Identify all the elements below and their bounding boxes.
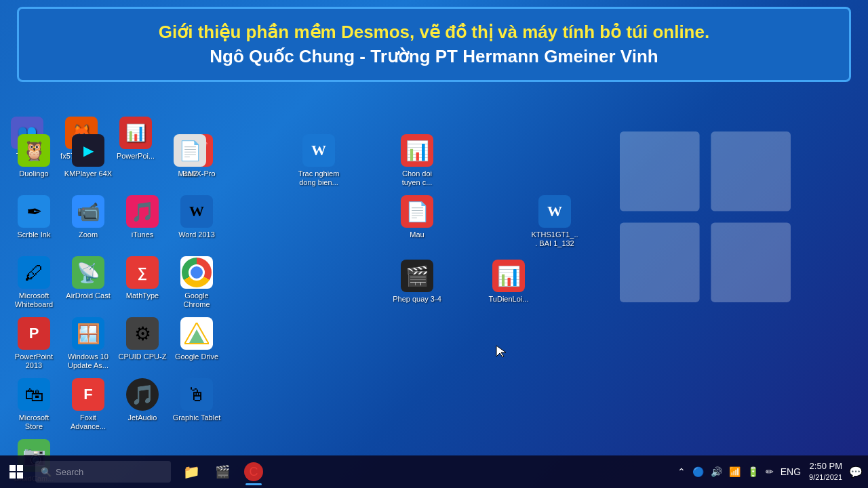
whiteboard-icon: 🖊 xyxy=(18,256,50,289)
kmplayer-label: KMPlayer 64X xyxy=(64,169,112,178)
scrble-label: Scrble Ink xyxy=(18,230,51,239)
gdrive-label: Google Drive xyxy=(175,352,218,361)
icon-tracnghiem[interactable]: W Trac nghiem dong bien... xyxy=(292,129,346,190)
clock-date: 9/21/2021 xyxy=(809,472,842,482)
icon-kmplayer[interactable]: ▶ KMPlayer 64X xyxy=(61,129,115,190)
itunes-icon: 🎵 xyxy=(126,195,159,228)
airdroid-label: AirDroid Cast xyxy=(66,291,110,300)
phepquay-label: Phep quay 3-4 xyxy=(393,295,441,304)
kmplayer-icon: ▶ xyxy=(72,134,104,167)
notification-center-button[interactable]: 💬 xyxy=(849,466,863,479)
icon-mau[interactable]: 📄 Mau xyxy=(390,190,444,242)
win10update-icon: 🪟 xyxy=(72,317,104,350)
gdrive-icon xyxy=(180,317,213,350)
icon-airdroid[interactable]: 📡 AirDroid Cast xyxy=(61,251,115,312)
icon-itunes[interactable]: 🎵 iTunes xyxy=(115,190,170,251)
icon-foxit[interactable]: F Foxit Advance... xyxy=(61,373,115,434)
icon-gdrive[interactable]: Google Drive xyxy=(170,312,224,373)
whiteboard-label: Microsoft Whiteboard xyxy=(9,291,58,309)
icon-zoom[interactable]: 📹 Zoom xyxy=(61,190,115,251)
tray-bluetooth[interactable]: 🔵 xyxy=(691,465,705,479)
duolingo-icon: 🦉 xyxy=(18,134,50,167)
icon-tudienloi[interactable]: 📊 TuDienLoi... xyxy=(481,254,536,306)
kths-label: KTHS1GT1_... BAI 1_132 xyxy=(530,230,579,248)
duolingo-label: Duolingo xyxy=(19,169,48,178)
desktop-area: 🦉 Duolingo ▶ KMPlayer 64X 📝 McMIX-Pro ✒ … xyxy=(0,122,868,454)
search-icon: 🔍 xyxy=(41,467,52,477)
start-button[interactable] xyxy=(0,455,33,488)
phepquay-icon: 🎬 xyxy=(401,260,433,292)
tray-battery[interactable]: 🔋 xyxy=(746,465,760,479)
zoom-label: Zoom xyxy=(79,230,98,239)
tracnghiem-icon: W xyxy=(302,134,335,167)
graphic-tablet-icon: 🖱 xyxy=(180,378,213,411)
icon-phepquay[interactable]: 🎬 Phep quay 3-4 xyxy=(390,254,444,306)
mathtype-icon: ∑ xyxy=(126,256,159,289)
taskbar-file-explorer[interactable]: 📁 xyxy=(176,457,206,487)
taskbar-campasia-red[interactable]: C xyxy=(239,457,269,487)
chrome-icon xyxy=(180,256,213,289)
icon-msstore[interactable]: 🛍 Microsoft Store xyxy=(7,373,61,434)
tudienloi-icon: 📊 xyxy=(492,260,525,292)
icon-bai2-pos[interactable]: 📄 Bai2 xyxy=(163,129,217,181)
taskbar-pinned-apps: 📁 🎬 C xyxy=(176,457,671,487)
chondoi-label: Chon doi tuyen c... xyxy=(393,169,441,187)
svg-rect-13 xyxy=(17,472,23,479)
tray-pen[interactable]: ✏ xyxy=(764,465,775,479)
msstore-icon: 🛍 xyxy=(18,378,50,411)
tray-volume[interactable]: 🔊 xyxy=(709,465,724,479)
svg-rect-10 xyxy=(9,465,16,471)
jetaudio-icon: 🎵 xyxy=(126,378,159,411)
word2013-label: Word 2013 xyxy=(178,230,215,239)
icon-jetaudio[interactable]: 🎵 JetAudio xyxy=(115,373,170,434)
jetaudio-label: JetAudio xyxy=(128,413,157,422)
icon-chrome[interactable]: Google Chrome xyxy=(170,251,224,312)
icon-bai2[interactable] xyxy=(115,129,170,190)
icon-win10update[interactable]: 🪟 Windows 10 Update As... xyxy=(61,312,115,373)
bai2-icon: 📄 xyxy=(174,134,206,167)
cpuid-icon: ⚙ xyxy=(126,317,159,350)
tudienloi-label: TuDienLoi... xyxy=(489,295,529,304)
icon-ppt2013[interactable]: P PowerPoint 2013 xyxy=(7,312,61,373)
scrble-icon: ✒ xyxy=(18,195,50,228)
icon-whiteboard[interactable]: 🖊 Microsoft Whiteboard xyxy=(7,251,61,312)
itunes-label: iTunes xyxy=(132,230,154,239)
tray-chevron[interactable]: ⌃ xyxy=(676,465,687,479)
taskbar-camtasia[interactable]: 🎬 xyxy=(208,457,237,487)
icon-duolingo[interactable]: 🦉 Duolingo xyxy=(7,129,61,190)
svg-rect-12 xyxy=(9,472,16,479)
airdroid-icon: 📡 xyxy=(72,256,104,289)
foxit-label: Foxit Advance... xyxy=(64,413,113,431)
campasia-red-icon: C xyxy=(244,462,263,481)
win10update-label: Windows 10 Update As... xyxy=(64,352,113,370)
icon-scrble[interactable]: ✒ Scrble Ink xyxy=(7,190,61,251)
banner-title: Giới thiệu phần mềm Desmos, vẽ đồ thị và… xyxy=(35,20,833,44)
taskbar-search[interactable]: 🔍 Search xyxy=(35,461,171,483)
svg-rect-11 xyxy=(17,465,23,471)
icon-cpuid[interactable]: ⚙ CPUID CPU-Z xyxy=(115,312,170,373)
ppt2013-label: PowerPoint 2013 xyxy=(9,352,58,370)
cpuid-label: CPUID CPU-Z xyxy=(119,352,167,361)
file-explorer-icon: 📁 xyxy=(183,464,200,480)
icon-chondoi[interactable]: 📊 Chon doi tuyen c... xyxy=(390,129,444,190)
icon-kths[interactable]: W KTHS1GT1_... BAI 1_132 xyxy=(528,190,582,251)
bai2-label: Bai2 xyxy=(182,169,197,178)
ppt2013-icon: P xyxy=(18,317,50,350)
chrome-label: Google Chrome xyxy=(172,291,221,309)
tray-network[interactable]: 📶 xyxy=(728,465,742,479)
icon-graphic-tablet[interactable]: 🖱 Graphic Tablet xyxy=(170,373,224,434)
clock-time: 2:50 PM xyxy=(809,461,842,472)
tracnghiem-label: Trac nghiem dong bien... xyxy=(294,169,343,187)
system-tray: ⌃ 🔵 🔊 📶 🔋 ✏ ENG 2:50 PM 9/21/2021 💬 xyxy=(671,461,868,482)
mau-icon: 📄 xyxy=(401,195,433,228)
banner-subtitle: Ngô Quốc Chung - Trường PT Hermann Gmein… xyxy=(35,44,833,68)
msstore-label: Microsoft Store xyxy=(9,413,58,431)
tray-lang[interactable]: ENG xyxy=(779,465,802,479)
system-clock[interactable]: 2:50 PM 9/21/2021 xyxy=(806,461,845,482)
search-placeholder: Search xyxy=(56,467,83,477)
icon-word2013[interactable]: W Word 2013 xyxy=(170,190,224,251)
camtasia-icon: 🎬 xyxy=(215,464,230,479)
zoom-icon: 📹 xyxy=(72,195,104,228)
icon-mathtype[interactable]: ∑ MathType xyxy=(115,251,170,312)
banner: Giới thiệu phần mềm Desmos, vẽ đồ thị và… xyxy=(17,7,851,82)
